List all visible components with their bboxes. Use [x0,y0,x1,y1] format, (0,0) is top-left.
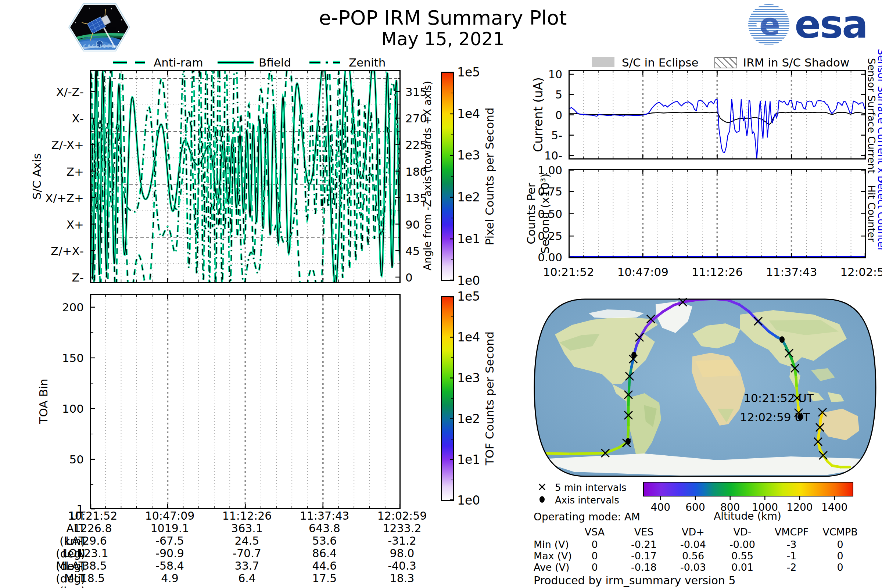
alt-tick-1000: 1000 [752,501,778,513]
volt-val-0-5: 0 [837,539,843,550]
volt-col-VD-: VD- [733,526,751,538]
volt-val-2-5: 0 [837,561,843,573]
volt-val-1-3: 0.55 [731,550,753,561]
svg-text:1e3: 1e3 [457,148,480,162]
svg-text:1e0: 1e0 [457,493,480,507]
volt-col-VD+: VD+ [682,526,705,538]
svg-text:1e0: 1e0 [457,273,480,288]
x-marker-icon [537,482,547,492]
svg-text:1e5: 1e5 [457,65,480,80]
angle-tick-90: 90 [405,218,420,231]
angle-tick-270: 270 [405,112,427,125]
sensor-current-label: Sensor Surface Current [866,58,877,174]
volt-val-2-0: 0 [591,561,597,573]
ephem-val-3-0: 123.1 [77,547,108,560]
alt-tick-1200: 1200 [786,501,813,513]
volt-val-0-0: 0 [591,539,597,550]
ephem-val-5-3: 17.5 [312,572,337,585]
ephem-val-1-0: 1226.8 [74,522,112,535]
esa-wordmark: esa [795,5,867,44]
counters-plot [568,169,866,258]
esa-globe-icon: e [748,4,789,45]
volt-col-VCMPB: VCMPB [822,526,857,538]
ephem-val-1-2: 363.1 [231,522,263,535]
ephem-val-5-1: 4.9 [161,572,178,585]
angle-tick-0: 0 [405,271,413,284]
volt-val-0-2: -0.04 [680,539,706,550]
ephem-val-1-1: 1019.1 [151,522,189,535]
volt-val-1-0: 0 [591,550,597,561]
track-start-time-label: 10:21:52 UT [744,392,814,405]
angle-tick-45: 45 [405,244,420,258]
right-xtick-4: 12:02:59 [840,266,882,279]
volt-val-2-4: -2 [787,561,797,573]
dot-marker-icon [537,495,547,504]
cassiope-label: CASSIOPE [83,44,116,49]
volt-val-0-3: -0.00 [729,539,755,550]
five-min-intervals-label: 5 min intervals [555,482,627,493]
toa-bin-ylabel: TOA Bin [37,378,50,424]
angle-tick-315: 315 [405,85,427,99]
ephem-val-0-0: 10:21:52 [68,509,118,522]
ephem-val-0-4: 12:02:59 [377,509,427,522]
right-xtick-2: 11:12:26 [692,266,743,279]
volt-col-VMCPF: VMCPF [775,526,808,538]
right-xtick-1: 10:47:09 [617,266,669,279]
ephem-val-4-4: -40.3 [388,560,416,572]
alt-tick-1400: 1400 [821,501,848,513]
svg-text:1e1: 1e1 [457,452,480,467]
epop-irm-summary-page: CASSIOPE e-POP IRM Summary Plot May 15, … [0,0,882,588]
right-xtick-0: 10:21:52 [543,266,594,279]
page-title: e-POP IRM Summary Plot [319,6,567,29]
current-ylabel: Current (uA) [531,77,545,152]
ephem-val-0-3: 11:37:43 [300,509,350,522]
svg-text:1e5: 1e5 [457,289,480,303]
eclipse-swatch-icon [592,57,615,67]
ephem-val-1-3: 643.8 [309,522,340,535]
legend-line-swatches [110,58,375,69]
ephem-val-2-3: 53.6 [312,534,337,547]
alt-tick-800: 800 [720,501,740,513]
esa-logo: e esa [748,3,873,46]
ephem-val-3-1: -90.9 [156,547,184,560]
volt-row-0: Min (V) [534,539,569,550]
altitude-colorbar-ticks [643,496,852,502]
volt-val-2-3: 0.01 [731,561,753,573]
alt-tick-600: 600 [686,501,705,513]
ephem-val-2-0: -29.6 [78,534,107,547]
ephem-val-4-1: -58.4 [156,560,184,572]
ephem-val-0-2: 11:12:26 [222,509,272,522]
volt-val-0-1: -0.21 [631,539,657,550]
ephem-val-5-2: 6.4 [238,572,256,585]
angle-tick-180: 180 [405,165,427,178]
volt-col-VES: VES [634,526,654,538]
volt-val-1-2: 0.56 [682,550,704,561]
ephem-val-3-3: 86.4 [312,547,337,560]
produced-by: Produced by irm_summary version 5 [534,574,735,587]
cassiope-mission-patch: CASSIOPE [67,1,130,54]
ephem-val-2-4: -31.2 [388,534,416,547]
volt-val-1-5: 0 [837,550,843,561]
volt-val-2-2: -0.03 [680,561,706,573]
toa-bin-spectrogram-plot [90,294,400,509]
svg-text:1e3: 1e3 [457,371,480,385]
legend-irm-shadow-label: IRM in S/C Shadow [743,56,849,69]
ephem-val-3-2: -70.7 [232,547,261,560]
operating-mode: Operating mode: AM [534,511,640,523]
irm-shadow-swatch-icon [714,57,737,68]
ephem-val-3-4: 98.0 [390,547,414,560]
svg-text:1e2: 1e2 [457,190,480,204]
pixel-counts-colorbar: 1e51e41e31e21e11e0 [441,72,492,281]
volt-row-2: Ave (V) [534,561,570,573]
ephem-val-4-0: -38.5 [78,560,107,572]
volt-val-1-4: -1 [787,550,797,561]
sc-axis-ylabel: S/C Axis [30,153,44,200]
tof-counts-colorbar: 1e51e41e31e21e11e0 [441,296,492,501]
volt-col-VSA: VSA [585,526,605,538]
svg-text:1e1: 1e1 [457,231,480,246]
ground-track-map: 10:21:52 UT12:02:59 UT [534,298,876,477]
ephem-val-2-2: 24.5 [235,534,260,547]
altitude-colorbar [643,482,854,496]
svg-text:1e4: 1e4 [457,330,480,344]
ephem-val-0-1: 10:47:09 [145,509,195,522]
